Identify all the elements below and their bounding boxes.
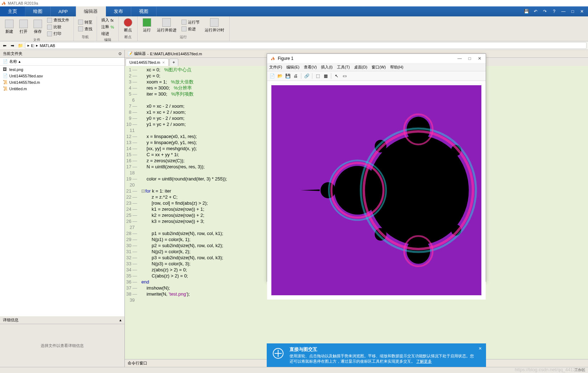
figure-toolbar: 📄 📂 💾 🖨 🔗 ⬚ ▦ ↖ ▭: [267, 71, 486, 81]
find-icon: [78, 26, 83, 31]
print-button[interactable]: 打印: [46, 31, 71, 37]
detail-header[interactable]: 详细信息▴: [0, 316, 124, 324]
new-button[interactable]: 新建: [3, 19, 16, 35]
run-button[interactable]: 运行: [140, 17, 153, 34]
save-icon[interactable]: 💾: [523, 8, 530, 15]
figure-menu-item[interactable]: 帮助(H): [390, 65, 403, 70]
section-icon: [181, 20, 186, 25]
fig-maximize-icon[interactable]: □: [467, 56, 472, 61]
figure-window[interactable]: Figure 1 — □ ✕ 文件(F)编辑(E)查看(V)插入(I)工具(T)…: [267, 53, 486, 282]
figure-menu-item[interactable]: 窗口(W): [372, 65, 386, 70]
figure-menu-item[interactable]: 工具(T): [337, 65, 350, 70]
fig-edit-icon[interactable]: ▭: [341, 72, 348, 80]
tab-editor[interactable]: 编辑器: [76, 6, 106, 16]
file-type-icon: 📜: [3, 86, 8, 91]
advance-button[interactable]: 前进: [180, 26, 201, 32]
close-icon[interactable]: ✕: [579, 8, 585, 15]
tooltip-body: 使用滚轮、点击拖动以及触摸手势来浏览图。平移、缩放和数据提示交互功能默认情况下处…: [290, 353, 474, 364]
fig-close-icon[interactable]: ✕: [477, 56, 482, 61]
file-item[interactable]: 📄Unti144557tled.asv: [1, 73, 124, 79]
figure-menu-item[interactable]: 文件(F): [269, 65, 282, 70]
undo-icon[interactable]: ↶: [532, 8, 539, 15]
tooltip-link[interactable]: 了解更多: [416, 359, 432, 363]
sort-icon[interactable]: ▴: [19, 59, 21, 64]
fig-minimize-icon[interactable]: —: [457, 56, 462, 61]
workspace-label[interactable]: 工作区: [574, 368, 585, 373]
tab-plot[interactable]: 绘图: [25, 6, 51, 16]
tooltip-close-icon[interactable]: ✕: [479, 346, 482, 351]
figure-menu-item[interactable]: 编辑(E): [286, 65, 300, 70]
figure-menu-item[interactable]: 插入(I): [321, 65, 332, 70]
minimize-icon[interactable]: —: [560, 8, 567, 15]
matlab-icon: [1, 1, 6, 6]
tab-close-icon[interactable]: ×: [162, 60, 164, 65]
file-item[interactable]: 🖼test.png: [1, 66, 124, 73]
add-tab-button[interactable]: +: [169, 58, 178, 66]
run-advance-button[interactable]: 运行并前进: [155, 17, 179, 34]
tab-view[interactable]: 视图: [131, 6, 157, 16]
fig-pointer-icon[interactable]: ↖: [333, 72, 340, 80]
goto-icon: [78, 20, 83, 25]
figure-titlebar[interactable]: Figure 1 — □ ✕: [267, 54, 486, 63]
tab-publish[interactable]: 发布: [106, 6, 131, 16]
comment-button[interactable]: 注释 %: [100, 24, 116, 30]
fig-print-icon[interactable]: 🖨: [292, 72, 299, 80]
file-item[interactable]: 📜Unti144557tled.m: [1, 79, 124, 86]
file-name: Untitled.m: [9, 87, 27, 91]
save-icon: [34, 20, 42, 28]
fig-new-icon[interactable]: 📄: [269, 72, 276, 80]
breakpoint-button[interactable]: 断点: [122, 17, 134, 34]
open-button[interactable]: 打开: [17, 19, 30, 35]
file-list: 🖼test.png📄Unti144557tled.asv📜Unti144557t…: [0, 66, 124, 316]
file-type-icon: 🖼: [3, 67, 8, 72]
tab-home[interactable]: 主页: [0, 6, 25, 16]
svg-point-2: [334, 166, 381, 215]
file-list-header[interactable]: 📄 名称 ▴: [0, 58, 124, 66]
ribbon: 新建 打开 保存 查找文件 比较 打印 文件 转至 查找 导航 插入 fx 注释…: [0, 16, 588, 41]
file-icon: 📄: [3, 59, 8, 64]
app-title: MATLAB R2019a: [8, 1, 38, 5]
redo-icon[interactable]: ↷: [542, 8, 548, 15]
nav-forward-icon[interactable]: ➡: [9, 42, 16, 49]
fig-save-icon[interactable]: 💾: [284, 72, 291, 80]
fig-link-icon[interactable]: 🔗: [303, 72, 310, 80]
nav-up-icon[interactable]: 📁: [17, 42, 24, 49]
file-name: test.png: [9, 67, 23, 72]
find-button[interactable]: 查找: [77, 26, 94, 32]
indent-button[interactable]: 缩进: [100, 31, 116, 37]
run-section-button[interactable]: 运行节: [180, 19, 201, 25]
sidebar: 当前文件夹⊙ 📄 名称 ▴ 🖼test.png📄Unti144557tled.a…: [0, 50, 125, 367]
panel-collapse-icon[interactable]: ▴: [119, 318, 122, 322]
figure-menubar: 文件(F)编辑(E)查看(V)插入(I)工具(T)桌面(D)窗口(W)帮助(H): [267, 63, 486, 71]
help-icon[interactable]: ?: [551, 8, 557, 15]
compare-button[interactable]: 比较: [46, 24, 71, 30]
fig-insert-icon[interactable]: ▦: [322, 72, 329, 80]
insert-button[interactable]: 插入 fx: [100, 17, 116, 23]
file-item[interactable]: 📜Untitled.m: [1, 86, 124, 92]
run-time-button[interactable]: 运行并计时: [203, 17, 226, 34]
path-input[interactable]: ▸E:▸MATLAB: [25, 42, 587, 49]
figure-menu-item[interactable]: 查看(V): [304, 65, 317, 70]
interaction-tooltip: 直接与图交互 使用滚轮、点击拖动以及触摸手势来浏览图。平移、缩放和数据提示交互功…: [267, 343, 486, 367]
panel-menu-icon[interactable]: ⊙: [118, 51, 122, 56]
current-folder-header[interactable]: 当前文件夹⊙: [0, 50, 124, 58]
address-bar: ⬅ ➡ 📁 ▸E:▸MATLAB: [0, 41, 588, 50]
window-controls: 💾 ↶ ↷ ? — □ ✕: [520, 6, 588, 16]
editor-tab-active[interactable]: Unti144557tled.m ×: [126, 58, 169, 66]
fig-rotate-icon[interactable]: ⬚: [314, 72, 321, 80]
maximize-icon[interactable]: □: [569, 8, 576, 15]
find-files-button[interactable]: 查找文件: [46, 17, 71, 23]
nav-back-icon[interactable]: ⬅: [1, 42, 8, 49]
tab-app[interactable]: APP: [51, 6, 76, 16]
save-button[interactable]: 保存: [31, 19, 44, 35]
gesture-icon: [271, 346, 285, 361]
breakpoint-icon: [124, 18, 132, 27]
figure-menu-item[interactable]: 桌面(D): [354, 65, 367, 70]
matlab-icon: [271, 56, 276, 61]
fig-open-icon[interactable]: 📂: [276, 72, 283, 80]
play-icon: [143, 18, 151, 27]
main-tabstrip: 主页 绘图 APP 编辑器 发布 视图 💾 ↶ ↷ ? — □ ✕: [0, 6, 588, 16]
goto-button[interactable]: 转至: [77, 19, 94, 25]
fx-icon: fx: [111, 18, 114, 22]
open-icon: [19, 20, 28, 28]
